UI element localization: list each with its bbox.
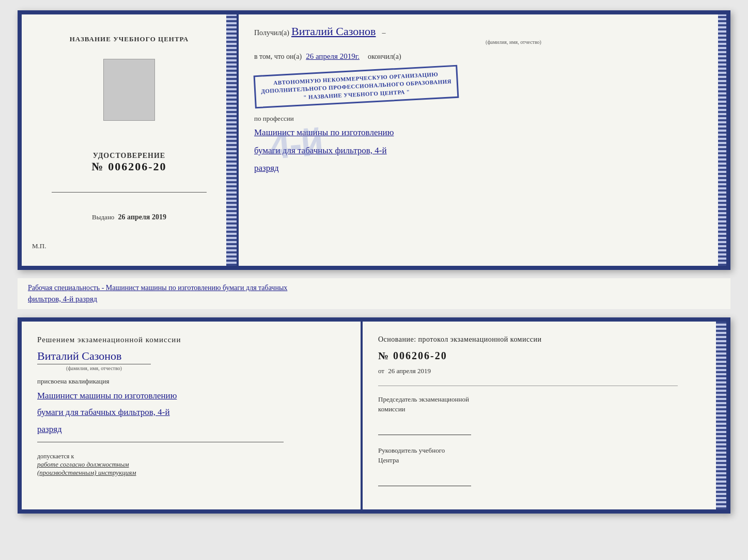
bottom-name-subtitle: (фамилия, имя, отчество) (37, 364, 151, 371)
recipient-line: Получил(а) Виталий Сазонов – (254, 25, 711, 38)
profession-text-2: бумаги для табачных фильтров, 4-й (254, 143, 711, 159)
photo-placeholder (103, 59, 155, 121)
certificate-number: № 006206-20 (92, 160, 167, 173)
chairman-label: Председатель экзаменационнойкомиссии (378, 394, 711, 414)
основание-label: Основание: протокол экзаменационной коми… (378, 334, 711, 345)
head-label: Руководитель учебногоЦентра (378, 445, 711, 466)
middle-text: Рабочая специальность - Машинист машины … (28, 282, 720, 305)
recipient-name: Виталий Сазонов (291, 25, 376, 38)
profession-label: по профессии (254, 115, 711, 123)
vtom-date: 26 апреля 2019г. (306, 52, 360, 61)
head-signature-line (378, 476, 471, 486)
ot-date: 26 апреля 2019 (388, 367, 431, 375)
issued-date-value: 26 апреля 2019 (118, 213, 166, 221)
training-center-title: НАЗВАНИЕ УЧЕБНОГО ЦЕНТРА (70, 35, 189, 43)
qualification-line2: бумаги для табачных фильтров, 4-й (37, 404, 345, 421)
допускается-label: допускается к (37, 453, 74, 460)
protocol-number: № 006206-20 (378, 350, 711, 362)
certificate-right-panel: Получил(а) Виталий Сазонов – (фамилия, и… (239, 14, 726, 266)
issued-label: Выдано (92, 213, 114, 221)
chairman-block: Председатель экзаменационнойкомиссии (378, 394, 711, 435)
qualification-line1: Машинист машины по изготовлению (37, 388, 345, 404)
certificate-label: УДОСТОВЕРЕНИЕ (92, 152, 167, 160)
spine-decoration-right (718, 14, 726, 266)
vtom-line: в том, что он(а) 26 апреля 2019г. окончи… (254, 52, 711, 61)
middle-text-prefix: Рабочая специальность - Машинист машины … (28, 284, 287, 292)
profession-text-1: Машинист машины по изготовлению (254, 125, 711, 141)
bottom-document: Решением экзаменационной комиссии Витали… (18, 317, 730, 514)
middle-text-underlined: фильтров, 4-й разряд (28, 295, 97, 303)
stamp-box: АВТОНОМНУЮ НЕКОММЕРЧЕСКУЮ ОРГАНИЗАЦИЮ ДО… (254, 65, 459, 109)
qualification-line3: разряд (37, 421, 345, 438)
допускается-block: допускается к работе согласно должностны… (37, 453, 345, 477)
bottom-right-panel: Основание: протокол экзаменационной коми… (363, 322, 726, 509)
bottom-name-handwritten: Виталий Сазонов (37, 349, 345, 363)
ot-label: от (378, 367, 384, 375)
recipient-subtitle: (фамилия, имя, отчество) (316, 39, 711, 45)
bottom-left-panel: Решением экзаменационной комиссии Витали… (22, 322, 363, 509)
right-decoration-strip (716, 322, 726, 509)
resolution-title: Решением экзаменационной комиссии (37, 334, 345, 346)
top-document: НАЗВАНИЕ УЧЕБНОГО ЦЕНТРА УДОСТОВЕРЕНИЕ №… (18, 10, 730, 270)
middle-strip: Рабочая специальность - Машинист машины … (18, 278, 730, 309)
vtom-label: в том, что он(а) (254, 53, 302, 61)
mp-label: М.П. (32, 242, 46, 250)
certificate-left-panel: НАЗВАНИЕ УЧЕБНОГО ЦЕНТРА УДОСТОВЕРЕНИЕ №… (22, 14, 239, 266)
spine-decoration-left (226, 14, 237, 266)
chairman-signature-line (378, 425, 471, 435)
finished-label: окончил(а) (368, 53, 401, 61)
profession-text-3: разряд (254, 161, 711, 177)
ot-line: от 26 апреля 2019 (378, 367, 711, 375)
issued-date-line: Выдано 26 апреля 2019 (92, 213, 166, 221)
received-label: Получил(а) (254, 29, 289, 37)
допускается-value: работе согласно должностным(производстве… (37, 460, 345, 477)
qualification-label: присвоена квалификация (37, 377, 345, 386)
head-block: Руководитель учебногоЦентра (378, 445, 711, 486)
